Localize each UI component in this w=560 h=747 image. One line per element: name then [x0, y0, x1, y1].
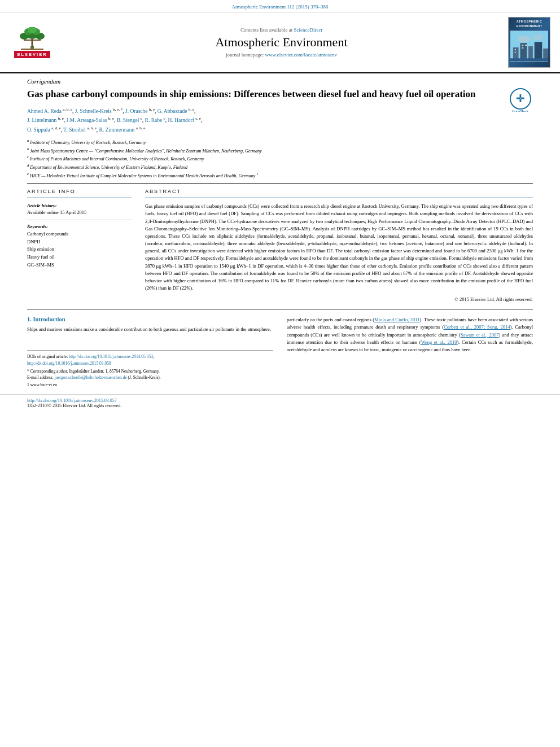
corresponding-author-note: * Corresponding author. Ingolstädter Lan… [27, 368, 273, 374]
main-divider [27, 309, 533, 309]
introduction-section: 1. Introduction Ships and marines emissi… [0, 313, 560, 391]
keyword-4: Heavy fuel oil [27, 254, 132, 261]
svg-rect-2 [24, 40, 32, 41]
svg-point-25 [532, 35, 543, 41]
elsevier-tree-icon [15, 27, 49, 51]
keywords-divider [27, 220, 132, 220]
elsevier-logo: ELSEVIER [10, 27, 54, 58]
svg-rect-12 [21, 49, 43, 50]
cover-image [510, 30, 548, 62]
keyword-5: GC–SIM–MS [27, 261, 132, 269]
journal-title-area: Contents lists available at ScienceDirec… [63, 17, 500, 68]
corbett-ref[interactable]: Corbett et al., 2007; Song, 2014 [444, 324, 510, 330]
svg-rect-4 [33, 40, 40, 41]
doi-original-label: DOIs of original article: http://dx.doi.… [27, 353, 273, 366]
keyword-3: Ship emission [27, 246, 132, 254]
svg-rect-22 [522, 47, 523, 49]
bottom-bar: http://dx.doi.org/10.1016/j.atmosenv.201… [0, 394, 560, 410]
miola-ref[interactable]: Miola and Ciuffo, 2011 [374, 317, 419, 322]
author-arteaga[interactable]: J.M. Arteaga-Salas [66, 117, 107, 123]
svg-rect-20 [515, 52, 516, 53]
affiliation-c: c Institute of Piston Machines and Inter… [27, 154, 533, 163]
svg-rect-21 [522, 45, 523, 46]
footnotes-area: DOIs of original article: http://dx.doi.… [27, 350, 273, 388]
author-schnelle[interactable]: J. Schnelle-Kreis [75, 108, 112, 114]
section-divider [27, 184, 533, 184]
keyword-2: DNPH [27, 238, 132, 246]
abstract-text: Gas phase emission samples of carbonyl c… [145, 203, 533, 292]
bottom-issn: 1352-2310/© 2015 Elsevier Ltd. All right… [27, 403, 533, 408]
journal-citation: Atmospheric Environment 112 (2015) 370–3… [231, 4, 328, 10]
intro-left-text: Ships and marines emissions make a consi… [27, 326, 273, 333]
journal-cover: ATMOSPHERIC ENVIRONMENT [508, 17, 550, 68]
authors-list: Ahmed A. Reda a, b, e, J. Schnelle-Kreis… [27, 107, 533, 134]
crossmark-badge[interactable]: ✛ CrossMark [508, 88, 533, 113]
abstract-divider [145, 198, 533, 198]
journal-header: ELSEVIER Contents lists available at Sci… [0, 12, 560, 73]
author-stengel[interactable]: B. Stengel [117, 117, 139, 123]
footnote1-text: 1 www.hice-vi.eu [27, 382, 273, 388]
article-info-col: ARTICLE INFO Article history: Available … [27, 189, 132, 302]
keywords-label: Keywords: [27, 224, 132, 229]
sawant-ref[interactable]: Sawant et al., 2007 [461, 332, 499, 338]
journal-citation-bar: Atmospheric Environment 112 (2015) 370–3… [0, 0, 560, 12]
affiliation-d: d Department of Environmental Science, U… [27, 163, 533, 171]
publisher-logo-area: ELSEVIER [7, 17, 58, 68]
journal-cover-area: ATMOSPHERIC ENVIRONMENT [505, 17, 553, 68]
author-abbaszade[interactable]: G. Abbaszade [158, 108, 187, 114]
intro-right-text: particularly on the ports and coastal re… [287, 316, 533, 353]
keyword-1: Carbonyl compounds [27, 230, 132, 238]
available-online-value: Available online 15 April 2015 [27, 209, 132, 215]
contents-line: Contents lists available at ScienceDirec… [240, 27, 322, 33]
article-info-heading: ARTICLE INFO [27, 189, 132, 194]
svg-point-24 [518, 36, 531, 43]
journal-title: Atmospheric Environment [215, 35, 347, 50]
email-link[interactable]: juergen.schnelle@helmholtz-muenchen.de [55, 375, 127, 380]
svg-rect-19 [515, 49, 516, 50]
svg-rect-17 [535, 42, 542, 62]
cover-scene-icon [510, 30, 548, 62]
copyright-notice: © 2015 Elsevier Ltd. All rights reserved… [145, 296, 533, 302]
author-streibel[interactable]: T. Streibel [63, 127, 85, 133]
intro-heading: 1. Introduction [27, 316, 273, 322]
author-sippula[interactable]: O. Sippula [27, 127, 50, 133]
doi2-link[interactable]: http://dx.doi.org/10.1016/j.atmosenv.201… [27, 361, 111, 366]
article-section: Corrigendum Gas phase carbonyl compounds… [0, 73, 560, 305]
abstract-heading: ABSTRACT [145, 189, 533, 194]
article-title: Gas phase carbonyl compounds in ship emi… [27, 88, 533, 101]
affiliation-a: a Institute of Chemistry, University of … [27, 138, 533, 146]
intro-right-col: particularly on the ports and coastal re… [287, 316, 533, 388]
affiliation-b: b Joint Mass Spectrometry Centre — "Comp… [27, 146, 533, 155]
affiliation-e: e HICE — Helmholtz Virtual Institute of … [27, 171, 533, 180]
weng-ref[interactable]: Weng et al., 2010 [421, 339, 457, 345]
sciencedirect-link[interactable]: ScienceDirect [294, 27, 322, 33]
author-rabe[interactable]: R. Rabe [145, 117, 163, 123]
crossmark-label: CrossMark [512, 110, 528, 113]
crossmark-circle: ✛ [510, 88, 531, 110]
author-lintelmann[interactable]: J. Lintelmann [27, 117, 56, 123]
author-zimmermann[interactable]: R. Zimmermann [99, 127, 135, 133]
info-abstract-section: ARTICLE INFO Article history: Available … [27, 189, 533, 302]
cover-title: ATMOSPHERIC ENVIRONMENT [516, 20, 542, 28]
info-divider [27, 198, 132, 198]
bottom-doi-link[interactable]: http://dx.doi.org/10.1016/j.atmosenv.201… [27, 397, 533, 403]
doi1-link[interactable]: http://dx.doi.org/10.1016/j.atmosenv.201… [69, 354, 153, 359]
article-history-label: Article history: [27, 203, 132, 208]
svg-rect-26 [510, 59, 548, 62]
journal-url[interactable]: www.elsevier.com/locate/atmosenv [265, 52, 337, 58]
author-orasche[interactable]: J. Orasche [125, 108, 148, 114]
author-ahmed[interactable]: Ahmed A. Reda [27, 108, 62, 114]
bottom-doi-anchor[interactable]: http://dx.doi.org/10.1016/j.atmosenv.201… [27, 398, 117, 403]
intro-left-col: 1. Introduction Ships and marines emissi… [27, 316, 273, 388]
affiliations-list: a Institute of Chemistry, University of … [27, 138, 533, 179]
author-harndorf[interactable]: H. Harndorf [168, 117, 194, 123]
email-note: E-mail address: juergen.schnelle@helmhol… [27, 374, 273, 381]
svg-rect-23 [525, 45, 527, 46]
page: Atmospheric Environment 112 (2015) 370–3… [0, 0, 560, 747]
abstract-col: ABSTRACT Gas phase emission samples of c… [145, 189, 533, 302]
journal-homepage: journal homepage: www.elsevier.com/locat… [226, 52, 337, 58]
crossmark-cross-icon: ✛ [516, 92, 524, 106]
intro-two-col: 1. Introduction Ships and marines emissi… [27, 316, 533, 388]
article-type-label: Corrigendum [27, 78, 533, 85]
elsevier-wordmark: ELSEVIER [14, 51, 50, 58]
